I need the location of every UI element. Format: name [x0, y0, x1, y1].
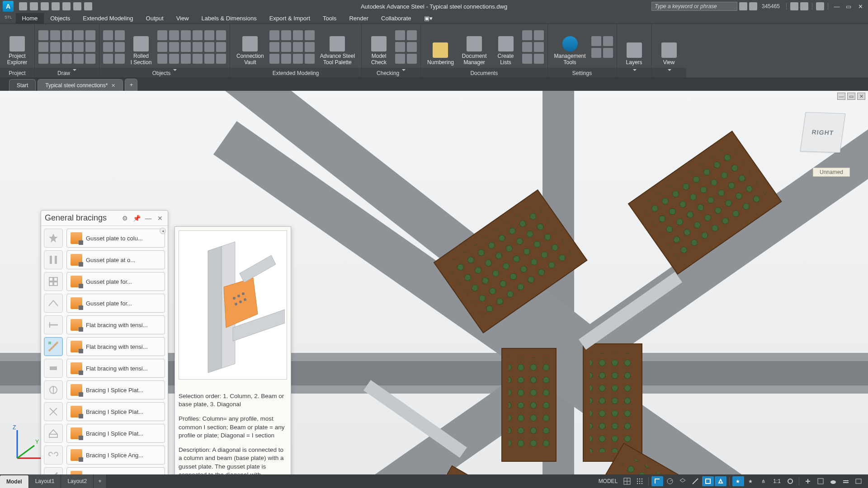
tab-view[interactable]: View	[170, 13, 195, 23]
chk-ic[interactable]	[395, 42, 405, 52]
palette-item[interactable]: Flat bracing with tensi...	[66, 359, 165, 378]
obj-ic[interactable]	[115, 42, 125, 52]
doc-ic[interactable]	[522, 54, 532, 64]
helix-icon[interactable]	[85, 54, 95, 64]
palette-header[interactable]: General bracings ⚙ 📌 — ✕	[41, 211, 168, 226]
model-space-label[interactable]: MODEL	[596, 478, 621, 484]
as-snap-icon[interactable]: ★	[732, 476, 744, 486]
ext-ic[interactable]	[293, 54, 303, 64]
osnap-tracking-icon[interactable]	[689, 476, 701, 486]
osnap-3d-icon[interactable]	[715, 476, 726, 486]
ext-ic[interactable]	[293, 42, 303, 52]
ext-ic[interactable]	[269, 42, 279, 52]
palette-item[interactable]: Gusset plate at o...	[66, 250, 165, 269]
obj-ic[interactable]	[103, 54, 113, 64]
palette-item[interactable]: Flat bracing with tensi...	[66, 337, 165, 356]
palette-item[interactable]: Bracing I Splice Plat...	[66, 380, 165, 399]
chk-ic[interactable]	[395, 54, 405, 64]
ext-ic[interactable]	[281, 54, 291, 64]
connection-vault-button[interactable]: Connection Vault	[234, 27, 267, 67]
obj-ic[interactable]	[169, 30, 179, 40]
scroll-up-icon[interactable]: ◂	[160, 228, 166, 234]
minimize-button[interactable]: —	[832, 2, 842, 10]
obj-ic[interactable]	[193, 30, 203, 40]
qat-undo-icon[interactable]	[73, 2, 81, 10]
panel-title-objects[interactable]: Objects	[99, 68, 230, 78]
cat-columns-icon[interactable]	[44, 250, 63, 269]
panel-title-layers[interactable]	[617, 68, 651, 78]
ext-ic[interactable]	[281, 30, 291, 40]
rolled-isection-button[interactable]: Rolled I Section	[127, 27, 155, 67]
point-icon[interactable]	[74, 42, 84, 52]
layout-tab-model[interactable]: Model	[0, 475, 29, 488]
qat-open-icon[interactable]	[30, 2, 38, 10]
user-label[interactable]: 345465	[759, 3, 783, 9]
obj-ic[interactable]	[157, 42, 167, 52]
infocenter-icon[interactable]	[739, 2, 747, 10]
construction-icon[interactable]	[85, 42, 95, 52]
as-snap2-icon[interactable]: ★	[745, 476, 757, 486]
obj-ic[interactable]	[193, 42, 203, 52]
obj-ic[interactable]	[169, 54, 179, 64]
app-icon[interactable]: A	[3, 1, 14, 12]
help-icon[interactable]	[816, 2, 824, 10]
layout-tab-layout1[interactable]: Layout1	[29, 474, 61, 488]
tool-palette-button[interactable]: Advance Steel Tool Palette	[317, 27, 358, 67]
circle-icon[interactable]	[85, 30, 95, 40]
grid-icon[interactable]	[621, 476, 633, 486]
layout-tab-add[interactable]: +	[94, 474, 107, 488]
obj-ic[interactable]	[193, 54, 203, 64]
cloud-icon[interactable]	[827, 476, 839, 486]
tab-objects[interactable]: Objects	[44, 13, 76, 23]
cat-cross-icon[interactable]	[44, 402, 63, 421]
view-name-chip[interactable]: Unnamed	[813, 168, 850, 177]
obj-ic[interactable]	[103, 30, 113, 40]
doc-tab-add[interactable]: +	[125, 79, 137, 91]
cat-frame-icon[interactable]	[44, 424, 63, 443]
cat-link-icon[interactable]	[44, 446, 63, 465]
obj-ic[interactable]	[103, 42, 113, 52]
doc-ic[interactable]	[534, 42, 544, 52]
document-manager-button[interactable]: Document Manager	[459, 27, 490, 67]
cat-grid-icon[interactable]	[44, 272, 63, 291]
gear-status-icon[interactable]	[784, 476, 796, 486]
clean-screen-icon[interactable]	[853, 476, 864, 486]
palette-item[interactable]: Bracing I Splice Ang...	[66, 467, 165, 474]
ext-ic[interactable]	[281, 42, 291, 52]
restore-button[interactable]: ▭	[844, 2, 854, 10]
doc-ic[interactable]	[522, 42, 532, 52]
project-explorer-button[interactable]: Project Explorer	[4, 27, 31, 67]
palette-item[interactable]: Gusset plate for...	[66, 294, 165, 313]
search-input[interactable]: Type a keyword or phrase	[651, 2, 737, 11]
polar-icon[interactable]	[664, 476, 676, 486]
rect-icon[interactable]	[74, 30, 84, 40]
line-icon[interactable]	[38, 30, 48, 40]
chk-ic[interactable]	[407, 54, 417, 64]
management-tools-button[interactable]: Management Tools	[552, 27, 589, 67]
obj-ic[interactable]	[181, 30, 191, 40]
chk-ic[interactable]	[407, 30, 417, 40]
tab-labels-dimensions[interactable]: Labels & Dimensions	[195, 13, 263, 23]
obj-ic[interactable]	[216, 54, 226, 64]
ortho-icon[interactable]	[651, 476, 663, 486]
obj-ic[interactable]	[115, 30, 125, 40]
cart-icon[interactable]	[790, 2, 798, 10]
donut-icon[interactable]	[50, 54, 60, 64]
grid-dots-icon[interactable]	[634, 476, 646, 486]
viewport[interactable]: — ▭ ✕ RIGHT Unnamed Z X Y General bracin…	[0, 91, 868, 474]
panel-title-draw[interactable]: Draw	[35, 68, 99, 78]
close-icon[interactable]: ✕	[111, 83, 115, 89]
set-ic[interactable]	[603, 48, 613, 58]
ext-ic[interactable]	[305, 42, 315, 52]
scale-label[interactable]: 1:1	[770, 478, 783, 484]
vp-minimize-icon[interactable]: —	[837, 93, 845, 100]
cat-beam-icon[interactable]	[44, 315, 63, 334]
obj-ic[interactable]	[169, 42, 179, 52]
wipeout-icon[interactable]	[74, 54, 84, 64]
revision-icon[interactable]	[62, 54, 72, 64]
doc-tab-current[interactable]: Typical steel connections*✕	[38, 79, 123, 91]
customize-icon[interactable]	[840, 476, 852, 486]
doc-ic[interactable]	[534, 54, 544, 64]
palette-item[interactable]: Flat bracing with tensi...	[66, 315, 165, 334]
hatch-icon[interactable]	[62, 42, 72, 52]
